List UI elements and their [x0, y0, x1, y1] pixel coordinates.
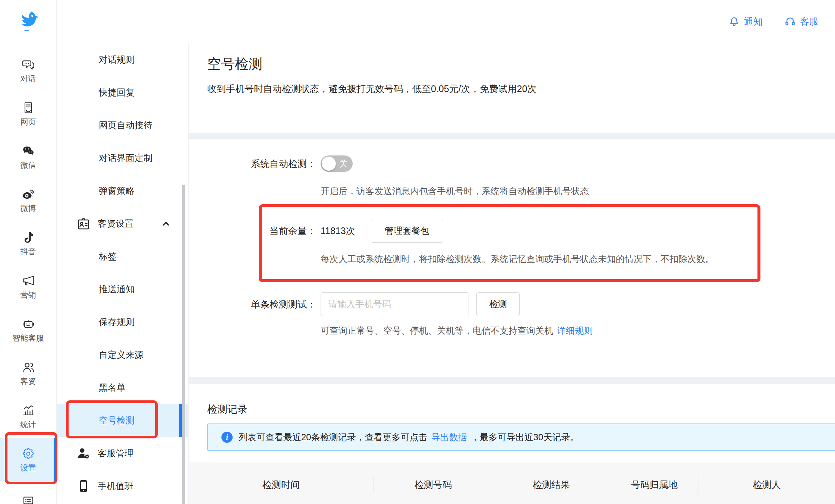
auto-detect-toggle[interactable]: 关 — [321, 155, 353, 172]
icon-sidebar: 对话 网页 — [0, 43, 56, 504]
notifications-label: 通知 — [744, 15, 763, 28]
sidebar-label: 营销 — [21, 291, 36, 299]
detection-settings-card: 系统自动检测： 关 开启后，访客发送消息内包含手机号时，系统将自动检测手机号状态… — [189, 139, 835, 377]
menu-item-agent-management[interactable]: 客服管理 — [57, 437, 188, 470]
weibo-icon — [22, 188, 35, 201]
column-header-number-location: 号码归属地 — [610, 479, 699, 491]
export-data-link[interactable]: 导出数据 — [431, 432, 467, 442]
menu-label: 空号检测 — [99, 415, 135, 426]
headset-icon — [784, 16, 796, 27]
menu-label: 自定义来源 — [99, 349, 144, 361]
detect-button[interactable]: 检测 — [476, 292, 520, 316]
manage-package-button[interactable]: 管理套餐包 — [371, 219, 443, 243]
menu-item-quick-reply[interactable]: 快捷回复 — [57, 76, 188, 109]
menu-item-chat-ui-custom[interactable]: 对话界面定制 — [57, 142, 188, 174]
balance-helper: 每次人工或系统检测时，将扣除检测次数。系统记忆查询或手机号状态未知的情况下，不扣… — [321, 253, 835, 265]
detection-records-card: 检测记录 i 列表可查看最近20条检测记录，查看更多可点击导出数据，最多可导出近… — [189, 384, 835, 504]
main-content: 空号检测 收到手机号时自动检测状态，避免拨打无效号码，低至0.05元/次，免费试… — [189, 43, 835, 504]
records-table-header: 检测时间 检测号码 检测结果 号码归属地 检测人 — [189, 462, 835, 504]
menu-label: 弹窗策略 — [99, 185, 135, 197]
section-divider — [189, 133, 835, 139]
douyin-icon — [22, 231, 35, 244]
menu-label: 对话界面定制 — [99, 152, 152, 164]
id-badge-icon — [76, 216, 91, 231]
support-button[interactable]: 客服 — [784, 15, 819, 28]
app-window: 通知 客服 — [0, 0, 835, 504]
menu-divider — [188, 43, 189, 504]
people-icon — [22, 360, 35, 374]
chat-bubbles-icon — [22, 58, 35, 71]
sidebar-item-settings[interactable]: 设置 — [0, 438, 56, 481]
single-test-helper: 可查询正常号、空号、停机、关机等，电信不支持查询关机详细规则 — [321, 325, 835, 337]
robot-icon — [22, 317, 35, 331]
menu-item-blacklist[interactable]: 黑名单 — [57, 371, 188, 404]
header-actions: 通知 客服 — [728, 0, 819, 43]
sidebar-item-wechat[interactable]: 微信 — [0, 135, 56, 178]
active-indicator-bar — [179, 404, 182, 437]
menu-item-popup-strategy[interactable]: 弹窗策略 — [57, 174, 188, 207]
sidebar-label: 对话 — [21, 75, 36, 82]
support-label: 客服 — [800, 15, 819, 28]
sidebar-label: 客资 — [21, 377, 36, 385]
menu-item-custom-source[interactable]: 自定义来源 — [57, 338, 188, 371]
bell-icon — [728, 16, 740, 27]
menu-label: 客服管理 — [98, 447, 133, 459]
menu-scrollbar-thumb[interactable] — [182, 185, 185, 504]
sidebar-divider — [56, 0, 57, 504]
column-header-detect-operator: 检测人 — [699, 479, 835, 491]
phone-number-input[interactable] — [321, 292, 469, 316]
menu-item-push-notification[interactable]: 推送通知 — [57, 273, 188, 306]
menu-item-dialog-rules[interactable]: 对话规则 — [57, 43, 188, 76]
monitor-list-icon — [22, 494, 35, 504]
menu-item-mobile-duty[interactable]: 手机值班 — [57, 470, 188, 503]
sidebar-item-customers[interactable]: 客资 — [0, 351, 56, 394]
sidebar-item-ai-service[interactable]: 智能客服 — [0, 308, 56, 351]
sidebar-label: 设置 — [21, 464, 36, 472]
chevron-up-icon — [162, 220, 170, 228]
balance-value: 11813次 — [321, 225, 355, 237]
person-gear-icon — [76, 446, 91, 461]
notice-suffix: ，最多可导出近30天记录。 — [471, 432, 579, 442]
megaphone-icon — [22, 274, 35, 287]
sidebar-item-weibo[interactable]: 微博 — [0, 178, 56, 221]
notifications-button[interactable]: 通知 — [728, 15, 763, 28]
notice-text: 列表可查看最近20条检测记录，查看更多可点击导出数据，最多可导出近30天记录。 — [239, 431, 579, 443]
page-subtitle: 收到手机号时自动检测状态，避免拨打无效号码，低至0.05元/次，免费试用20次 — [207, 83, 835, 95]
sidebar-item-webpage[interactable]: 网页 — [0, 92, 56, 135]
sidebar-item-duty-screen[interactable] — [0, 481, 56, 504]
sidebar-label: 网页 — [21, 118, 36, 126]
menu-item-empty-number-detection[interactable]: 空号检测 — [57, 404, 188, 437]
balance-label: 当前余量： — [189, 225, 316, 237]
wechat-icon — [22, 144, 35, 158]
menu-label: 网页自动接待 — [99, 119, 152, 131]
column-header-detect-time: 检测时间 — [189, 479, 374, 491]
detail-rules-link[interactable]: 详细规则 — [557, 325, 593, 336]
toggle-state-text: 关 — [339, 160, 348, 168]
sidebar-item-chat[interactable]: 对话 — [0, 48, 56, 92]
records-notice-banner: i 列表可查看最近20条检测记录，查看更多可点击导出数据，最多可导出近30天记录… — [207, 423, 835, 451]
section-divider — [189, 377, 835, 384]
menu-label: 对话规则 — [99, 54, 135, 66]
menu-label: 推送通知 — [99, 283, 135, 295]
notice-prefix: 列表可查看最近20条检测记录，查看更多可点击 — [239, 432, 428, 442]
sidebar-item-stats[interactable]: 统计 — [0, 394, 56, 438]
balance-row: 当前余量： 11813次 管理套餐包 — [189, 219, 835, 243]
bar-chart-icon — [22, 404, 35, 417]
settings-menu: 对话规则 快捷回复 网页自动接待 对话界面定制 弹窗策略 客资设 — [57, 43, 188, 504]
sidebar-label: 统计 — [21, 420, 36, 428]
page-title: 空号检测 — [207, 56, 835, 72]
single-test-row: 单条检测测试： 检测 — [189, 292, 835, 316]
sidebar-item-marketing[interactable]: 营销 — [0, 265, 56, 308]
menu-item-save-rules[interactable]: 保存规则 — [57, 306, 188, 338]
sidebar-item-douyin[interactable]: 抖音 — [0, 221, 56, 265]
records-title: 检测记录 — [207, 403, 835, 416]
sidebar-label: 微信 — [21, 161, 36, 169]
sidebar-label: 抖音 — [21, 248, 36, 255]
menu-item-tags[interactable]: 标签 — [57, 240, 188, 273]
menu-label: 黑名单 — [99, 382, 126, 394]
info-icon: i — [221, 432, 233, 443]
sidebar-label: 智能客服 — [13, 334, 44, 342]
menu-item-web-auto-reception[interactable]: 网页自动接待 — [57, 109, 188, 142]
single-test-label: 单条检测测试： — [189, 298, 316, 311]
menu-group-customer-settings[interactable]: 客资设置 — [57, 207, 188, 240]
